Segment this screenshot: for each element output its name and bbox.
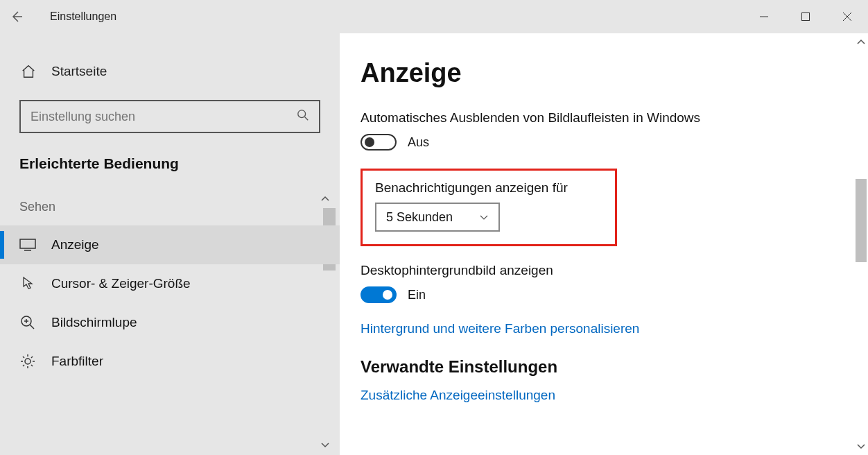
search-input[interactable] [31,110,297,124]
maximize-button[interactable] [785,0,826,33]
desktop-background-state: Ein [408,288,426,302]
scroll-down-icon[interactable] [856,441,866,452]
close-button[interactable] [826,0,868,33]
window-controls [743,0,868,33]
magnifier-icon [19,314,39,331]
scroll-down-icon[interactable] [320,440,330,451]
cursor-icon [19,275,39,292]
arrow-left-icon [10,10,24,24]
additional-display-settings-link[interactable]: Zusätzliche Anzeigeeinstellungen [361,388,555,402]
autohide-scrollbars-state: Aus [408,135,429,150]
scroll-up-icon[interactable] [320,193,330,204]
home-link[interactable]: Startseite [0,55,340,87]
notification-duration-label: Benachrichtigungen anzeigen für [375,180,602,196]
svg-point-12 [25,359,31,364]
desktop-background-label: Desktophintergrundbild anzeigen [361,263,840,278]
window-title: Einstellungen [50,10,116,23]
maximize-icon [801,12,810,21]
search-input-container[interactable] [19,100,320,133]
desktop-background-toggle[interactable] [361,286,397,303]
home-icon [21,64,39,79]
svg-line-5 [305,117,309,121]
svg-point-4 [298,110,306,118]
main-content: Anzeige Automatisches Ausblenden von Bil… [340,33,868,455]
page-heading: Anzeige [361,58,840,88]
nav-item-label: Bildschirmlupe [51,315,137,330]
main-scrollbar[interactable] [854,33,868,455]
scroll-up-icon[interactable] [856,36,866,47]
titlebar: Einstellungen [0,0,868,33]
notification-duration-highlight: Benachrichtigungen anzeigen für 5 Sekund… [361,169,617,246]
minimize-icon [760,12,768,21]
category-label: Sehen [0,184,340,225]
search-icon [297,109,309,124]
autohide-scrollbars-toggle[interactable] [361,134,397,151]
svg-line-18 [31,365,33,366]
personalize-colors-link[interactable]: Hintergrund und weitere Farben personali… [361,321,840,336]
sidebar: Startseite Erleichterte Bedienung Sehen … [0,33,340,455]
colorfilter-icon [19,353,39,370]
section-title: Erleichterte Bedienung [0,150,340,184]
chevron-down-icon [479,210,489,225]
nav-item-label: Farbfilter [51,354,103,369]
minimize-button[interactable] [743,0,785,33]
svg-rect-1 [802,13,810,21]
back-button[interactable] [0,0,33,33]
scrollbar-thumb[interactable] [856,179,867,262]
nav-item-label: Anzeige [51,237,99,252]
svg-line-20 [31,357,33,358]
notification-duration-dropdown[interactable]: 5 Sekunden [375,203,500,232]
nav-item-cursor[interactable]: Cursor- & Zeiger-Größe [0,264,340,303]
nav-item-magnifier[interactable]: Bildschirmlupe [0,303,340,342]
nav-item-label: Cursor- & Zeiger-Größe [51,276,191,291]
close-icon [843,12,851,21]
related-settings-heading: Verwandte Einstellungen [361,357,840,377]
nav-item-colorfilter[interactable]: Farbfilter [0,342,340,381]
nav-item-anzeige[interactable]: Anzeige [0,225,340,264]
display-icon [19,238,39,252]
svg-line-19 [23,365,24,366]
svg-line-9 [30,325,34,329]
svg-line-17 [23,357,24,358]
svg-rect-6 [20,239,35,248]
dropdown-value: 5 Sekunden [386,210,453,225]
autohide-scrollbars-label: Automatisches Ausblenden von Bildlauflei… [361,110,840,126]
home-label: Startseite [51,64,107,79]
